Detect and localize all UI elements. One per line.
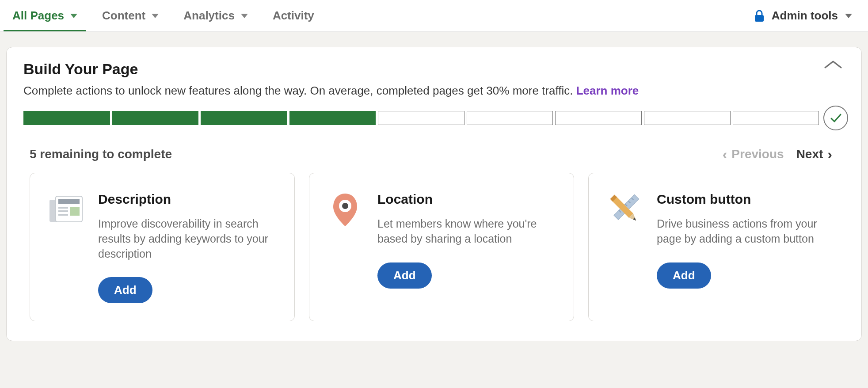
add-description-button[interactable]: Add <box>98 277 152 303</box>
task-cards: Description Improve discoverability in s… <box>23 173 845 321</box>
build-page-panel: Build Your Page Complete actions to unlo… <box>6 47 862 341</box>
location-pin-icon <box>325 189 365 229</box>
progress-bar <box>23 111 845 125</box>
progress-segment <box>467 111 553 125</box>
caret-down-icon <box>241 14 248 18</box>
nav-content[interactable]: Content <box>90 0 171 31</box>
task-card-location: Location Let members know where you're b… <box>309 173 574 321</box>
nav-all-pages[interactable]: All Pages <box>0 0 90 31</box>
chevron-left-icon: ‹ <box>723 147 727 161</box>
card-description: Let members know where you're based by s… <box>377 217 558 247</box>
progress-segment <box>289 111 376 125</box>
description-icon <box>46 189 86 229</box>
nav-activity[interactable]: Activity <box>260 0 327 31</box>
caret-down-icon <box>70 14 77 18</box>
panel-subtitle: Complete actions to unlock new features … <box>23 84 845 98</box>
card-title: Custom button <box>657 192 837 207</box>
next-button[interactable]: Next › <box>790 145 838 164</box>
svg-rect-3 <box>58 199 80 204</box>
pencil-ruler-icon <box>605 189 644 229</box>
pager-row: 5 remaining to complete ‹ Previous Next … <box>30 145 838 164</box>
svg-rect-5 <box>58 210 68 212</box>
add-custom-button[interactable]: Add <box>657 262 711 289</box>
chevron-right-icon: › <box>827 147 832 161</box>
progress-segment <box>112 111 199 125</box>
nav-label: Activity <box>273 9 314 23</box>
nav-analytics[interactable]: Analytics <box>171 0 260 31</box>
nav-label: Admin tools <box>772 9 838 23</box>
task-card-custom-button: Custom button Drive business actions fro… <box>588 173 845 321</box>
nav-label: All Pages <box>12 9 64 23</box>
svg-rect-4 <box>58 207 68 209</box>
panel-title: Build Your Page <box>23 61 845 78</box>
svg-rect-7 <box>70 207 80 216</box>
svg-rect-0 <box>755 15 764 22</box>
task-card-description: Description Improve discoverability in s… <box>30 173 295 321</box>
add-location-button[interactable]: Add <box>377 262 432 289</box>
progress-segment <box>378 111 464 125</box>
svg-rect-6 <box>58 214 68 216</box>
learn-more-link[interactable]: Learn more <box>576 84 639 97</box>
remaining-count: 5 remaining to complete <box>30 147 172 161</box>
lock-icon <box>754 10 765 22</box>
nav-label: Content <box>102 9 145 23</box>
collapse-toggle[interactable] <box>823 60 843 70</box>
nav-label: Analytics <box>183 9 235 23</box>
progress-segment <box>733 111 819 125</box>
card-description: Drive business actions from your page by… <box>657 217 837 247</box>
svg-point-9 <box>342 203 348 209</box>
progress-segment <box>644 111 731 125</box>
progress-check-icon <box>823 106 848 130</box>
card-description: Improve discoverability in search result… <box>98 217 278 261</box>
caret-down-icon <box>152 14 159 18</box>
chevron-up-icon <box>823 60 843 70</box>
card-title: Location <box>377 192 558 207</box>
previous-button[interactable]: ‹ Previous <box>716 145 790 164</box>
progress-segment <box>23 111 110 125</box>
card-title: Description <box>98 192 278 207</box>
caret-down-icon <box>845 14 852 18</box>
progress-segment <box>555 111 642 125</box>
top-nav: All Pages Content Analytics Activity Adm… <box>0 0 868 32</box>
nav-admin-tools[interactable]: Admin tools <box>742 0 864 31</box>
progress-segment <box>201 111 287 125</box>
